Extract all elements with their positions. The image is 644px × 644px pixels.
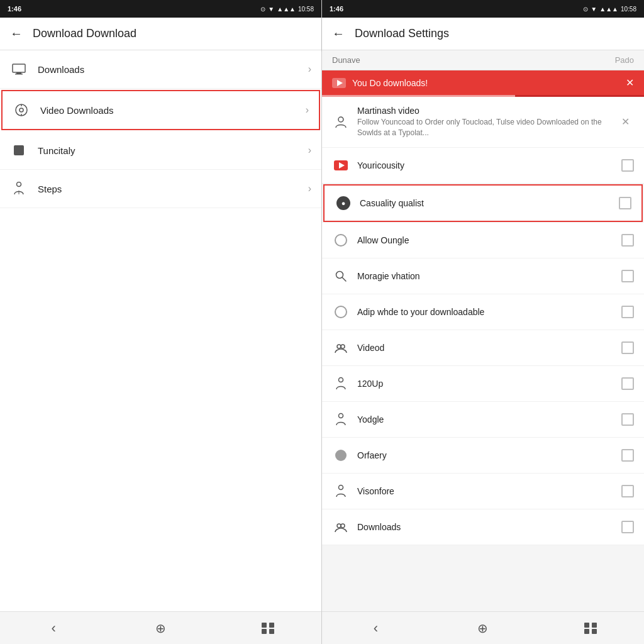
left-clock: 10:58	[298, 6, 314, 13]
settings-item-visonfore[interactable]: Visonfore	[322, 474, 644, 509]
settings-item-120up[interactable]: 120Up	[322, 366, 644, 402]
right-status-bar: 1:46 ⊙ ▼ ▲▲▲ 10:58	[322, 0, 644, 18]
adip-circle	[335, 306, 347, 318]
adip-title: Adip whde to your downloadable	[357, 307, 621, 317]
right-back-button[interactable]: ←	[332, 26, 345, 41]
moragie-checkbox[interactable]	[621, 270, 634, 282]
visonfore-title: Visonfore	[357, 486, 621, 496]
120up-checkbox[interactable]	[621, 377, 634, 390]
videod-title: Videod	[357, 343, 621, 353]
downloads-bottom-content: Downloads	[357, 522, 621, 532]
left-time: 1:46	[8, 5, 21, 13]
svg-point-27	[341, 524, 345, 528]
active-banner[interactable]: You Do downloads! ✕	[322, 70, 644, 97]
left-menu-nav[interactable]	[254, 614, 282, 642]
left-menu-nav-icon	[262, 623, 274, 634]
svg-rect-30	[584, 629, 589, 634]
active-banner-text: You Do downloads!	[352, 78, 619, 88]
orfaery-checkbox[interactable]	[621, 449, 634, 462]
settings-item-casuality[interactable]: ● Casuality qualist	[323, 184, 643, 222]
svg-rect-29	[592, 623, 597, 628]
tuncitaly-label: Tuncitaly	[38, 145, 308, 156]
casuality-circle-icon: ●	[335, 194, 352, 212]
section-action[interactable]: Pado	[615, 55, 634, 65]
settings-item-videod[interactable]: Videod	[322, 330, 644, 366]
settings-item-moragie[interactable]: Moragie vhation	[322, 258, 644, 294]
right-screen-title: Download Settings	[355, 27, 449, 40]
downloads-bottom-icon	[332, 518, 350, 536]
casuality-content: Casuality qualist	[360, 198, 619, 208]
allow-oungle-title: Allow Oungle	[357, 235, 621, 245]
videod-checkbox[interactable]	[621, 341, 634, 354]
video-downloads-label: Video Downloads	[40, 105, 306, 116]
svg-point-23	[339, 377, 343, 382]
settings-list: Dunave Pado You Do downloads! ✕	[322, 50, 644, 611]
steps-label: Steps	[38, 184, 308, 194]
120up-title: 120Up	[357, 379, 621, 389]
left-back-button[interactable]: ←	[10, 26, 23, 41]
settings-item-downloads-bottom[interactable]: Downloads	[322, 509, 644, 545]
martinash-person-icon	[332, 113, 350, 131]
right-back-nav-icon: ‹	[374, 620, 378, 636]
svg-point-21	[337, 345, 341, 348]
downloads-chevron: ›	[308, 64, 311, 75]
right-home-nav-icon: ⊕	[477, 621, 488, 636]
right-app-bar: ← Download Settings	[322, 18, 644, 50]
settings-item-adip[interactable]: Adip whde to your downloadable	[322, 294, 644, 330]
svg-rect-0	[13, 64, 25, 72]
menu-item-tuncitaly[interactable]: Tuncitaly ›	[0, 131, 321, 170]
monitor-icon	[10, 60, 28, 78]
settings-item-yodgle[interactable]: Yodgle	[322, 402, 644, 438]
right-home-nav[interactable]: ⊕	[469, 614, 497, 642]
right-back-nav[interactable]: ‹	[362, 614, 389, 642]
left-app-bar: ← Download Download	[0, 18, 321, 50]
allow-oungle-icon	[332, 231, 350, 249]
yodgle-checkbox[interactable]	[621, 413, 634, 426]
downloads-bottom-checkbox[interactable]	[621, 521, 634, 533]
orfaery-title: Orfaery	[357, 450, 621, 460]
videod-icon	[332, 339, 350, 357]
casuality-dark-circle: ●	[336, 196, 350, 210]
allow-oungle-checkbox[interactable]	[621, 234, 634, 247]
casuality-checkbox[interactable]	[619, 197, 631, 209]
svg-point-25	[339, 485, 343, 489]
menu-item-steps[interactable]: Steps ›	[0, 170, 321, 208]
menu-item-video-downloads[interactable]: Video Downloads ›	[1, 90, 320, 130]
adip-checkbox[interactable]	[621, 306, 634, 318]
youricousity-title: Youricousity	[357, 160, 621, 170]
settings-item-allow-oungle[interactable]: Allow Oungle	[322, 223, 644, 258]
downloads-bottom-title: Downloads	[357, 522, 621, 532]
settings-item-martinash[interactable]: Martinash video Follow Youncoad to Order…	[322, 97, 644, 148]
right-clock: 10:58	[621, 6, 636, 13]
steps-chevron: ›	[308, 183, 311, 194]
banner-close-icon[interactable]: ✕	[626, 77, 634, 89]
right-nav-bar: ‹ ⊕	[322, 611, 644, 644]
left-back-nav[interactable]: ‹	[40, 614, 67, 642]
left-status-bar: 1:46 ⊙ ▼ ▲▲▲ 10:58	[0, 0, 321, 18]
visonfore-checkbox[interactable]	[621, 485, 634, 497]
svg-rect-11	[269, 623, 274, 628]
left-network-icon: ⊙	[260, 6, 265, 13]
left-screen-title: Download Download	[33, 27, 136, 40]
left-home-nav-icon: ⊕	[155, 621, 166, 636]
svg-rect-12	[262, 629, 267, 634]
menu-item-downloads[interactable]: Downloads ›	[0, 50, 321, 89]
youricousity-checkbox[interactable]	[621, 159, 634, 172]
orfaery-content: Orfaery	[357, 450, 621, 460]
left-nav-bar: ‹ ⊕	[0, 611, 321, 644]
left-panel: 1:46 ⊙ ▼ ▲▲▲ 10:58 ← Download Download D…	[0, 0, 322, 644]
right-menu-nav[interactable]	[577, 614, 604, 642]
casuality-title: Casuality qualist	[360, 198, 619, 208]
left-back-nav-icon: ‹	[51, 620, 55, 636]
left-home-nav[interactable]: ⊕	[147, 614, 174, 642]
martinash-close-icon[interactable]: ✕	[621, 116, 634, 128]
settings-section-header: Dunave Pado	[322, 50, 644, 70]
svg-rect-28	[584, 623, 589, 628]
left-wifi-icon: ▼	[268, 6, 274, 13]
settings-item-orfaery[interactable]: Orfaery	[322, 438, 644, 474]
youricousity-content: Youricousity	[357, 160, 621, 170]
settings-item-youricousity[interactable]: Youricousity	[322, 148, 644, 184]
left-menu-list: Downloads › Video Downloads ›	[0, 50, 321, 611]
svg-point-22	[341, 345, 345, 348]
right-panel: 1:46 ⊙ ▼ ▲▲▲ 10:58 ← Download Settings D…	[322, 0, 644, 644]
